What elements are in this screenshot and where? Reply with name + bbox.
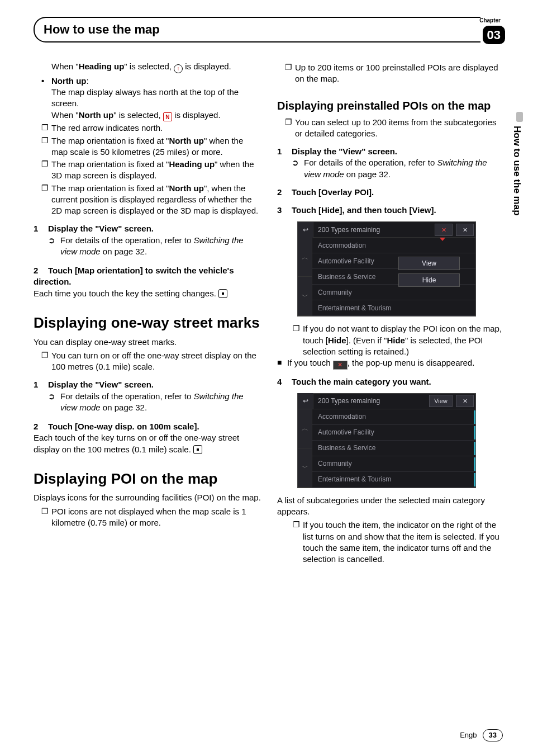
note-row: ❐ The map orientation is fixed at "North…: [41, 135, 261, 158]
step-1-ref: ➲ For details of the operation, refer to…: [48, 235, 261, 258]
scroll-up-button[interactable]: ︿: [298, 238, 312, 277]
heading-up-note: When "Heading up" is selected, is displa…: [51, 61, 261, 73]
device-header: ↩ 200 Types remaining View ✕: [298, 394, 475, 409]
note-box-icon: ❐: [285, 117, 295, 128]
close-button[interactable]: ✕: [456, 224, 474, 236]
selection-indicator: [474, 457, 475, 471]
popup-menu: View Hide: [398, 257, 460, 287]
close-button[interactable]: ✕: [456, 395, 474, 407]
reference-icon: ➲: [292, 157, 304, 168]
note-row: ❐ If you do not want to display the POI …: [293, 323, 505, 357]
note-box-icon: ❐: [41, 183, 51, 194]
list-item[interactable]: Accommodation: [312, 409, 475, 425]
language-code: Engb: [460, 730, 477, 740]
solid-square-icon: ■: [277, 357, 287, 368]
note-box-icon: ❐: [41, 506, 51, 517]
side-tab-stub: [516, 112, 523, 122]
note-box-icon: ❐: [41, 122, 51, 134]
device-body: ︿ ﹀ Accommodation Automotive Facility Bu…: [298, 238, 475, 316]
bullet-dot-icon: •: [41, 75, 51, 87]
selection-indicator: [474, 426, 475, 440]
scroll-rail: ︿ ﹀: [298, 238, 312, 316]
end-section-icon: [218, 289, 227, 298]
heading-poi: Displaying POI on the map: [34, 471, 261, 487]
page-footer: Engb 33: [460, 729, 503, 741]
content-columns: When "Heading up" is selected, is displa…: [34, 61, 505, 565]
note-row: ❐ You can select up to 200 items from th…: [285, 117, 505, 140]
poi-intro: Displays icons for the surrounding facil…: [34, 492, 261, 503]
selection-indicator: [474, 473, 475, 486]
chapter-label: Chapter: [479, 17, 501, 25]
north-up-bullet: • North up: The map display always has n…: [41, 75, 261, 122]
close-x-icon: ✕: [333, 361, 348, 370]
list-item[interactable]: Community: [312, 285, 475, 300]
oneway-intro: You can display one-way street marks.: [34, 337, 261, 348]
device-screenshot-1: ↩ 200 Types remaining ✕ ✕ ︿ ﹀ Accommodat…: [297, 221, 476, 316]
step-2: 2Touch [Map orientation] to switch the v…: [34, 265, 261, 288]
selection-indicator: [474, 442, 475, 455]
north-up-icon: N: [163, 112, 172, 121]
reference-icon: ➲: [48, 235, 60, 246]
device-header: ↩ 200 Types remaining ✕ ✕: [298, 222, 475, 238]
close-button[interactable]: ✕: [435, 224, 453, 236]
note-row: ❐ Up to 200 items or 100 preinstalled PO…: [285, 62, 505, 85]
back-button[interactable]: ↩: [298, 222, 313, 238]
list-item[interactable]: Community: [312, 456, 475, 472]
popup-hide-button[interactable]: Hide: [398, 273, 460, 287]
scroll-up-button[interactable]: ︿: [298, 409, 312, 448]
pre-step-1-ref: ➲ For details of the operation, refer to…: [292, 157, 505, 180]
list-item[interactable]: Entertainment & Tourism: [312, 472, 475, 488]
chapter-block: Chapter 03: [479, 17, 505, 44]
note-box-icon: ❐: [41, 350, 51, 361]
back-button[interactable]: ↩: [298, 393, 313, 409]
popup-close-note: ■ If you touch ✕, the pop-up menu is dis…: [277, 357, 505, 369]
ow-step-1-ref: ➲ For details of the operation, refer to…: [48, 391, 261, 414]
note-box-icon: ❐: [293, 519, 303, 531]
pre-step-4: 4 Touch the main category you want.: [277, 376, 505, 388]
step-1: 1 Display the "View" screen.: [34, 223, 261, 234]
pre-step-3: 3 Touch [Hide], and then touch [View].: [277, 205, 505, 216]
left-column: When "Heading up" is selected, is displa…: [34, 61, 261, 565]
page-header: How to use the map Chapter 03: [34, 17, 505, 44]
heading-preinstalled-poi: Displaying preinstalled POIs on the map: [277, 100, 505, 112]
right-column: ❐ Up to 200 items or 100 preinstalled PO…: [277, 61, 505, 565]
reference-icon: ➲: [48, 391, 60, 402]
list-item[interactable]: Business & Service: [312, 441, 475, 456]
heading-up-icon: [174, 64, 183, 73]
north-up-when: When "North up" is selected, N is displa…: [51, 110, 261, 122]
list-item[interactable]: Entertainment & Tourism: [312, 300, 475, 316]
note-row: ❐ You can turn on or off the one-way str…: [41, 350, 261, 373]
page-title: How to use the map: [44, 21, 160, 38]
note-row: ❐ The red arrow indicates north.: [41, 122, 261, 134]
device-title: 200 Types remaining: [313, 225, 433, 234]
ow-step-2-desc: Each touch of the key turns on or off th…: [34, 432, 261, 455]
list-item[interactable]: Automotive Facility: [312, 425, 475, 441]
note-box-icon: ❐: [293, 323, 303, 334]
side-tab-label: How to use the map: [510, 126, 523, 216]
chapter-number: 03: [483, 26, 505, 45]
title-pill: How to use the map: [34, 17, 480, 42]
note-row: ❐ If you touch the item, the indicator o…: [293, 519, 505, 565]
note-box-icon: ❐: [285, 62, 295, 73]
scroll-down-button[interactable]: ﹀: [298, 277, 312, 316]
list-item[interactable]: Accommodation: [312, 238, 475, 253]
note-row: ❐ The map orientation is fixed at "Headi…: [41, 159, 261, 182]
popup-view-button[interactable]: View: [398, 257, 460, 270]
note-row: ❐ POI icons are not displayed when the m…: [41, 506, 261, 529]
ow-step-2: 2Touch [One-way disp. on 100m scale].: [34, 421, 261, 432]
note-row: ❐ The map orientation is fixed at "North…: [41, 183, 261, 217]
step-2-desc: Each time you touch the key the setting …: [34, 288, 261, 299]
pre-step-2: 2 Touch [Overlay POI].: [277, 187, 505, 198]
after-device2-text: A list of subcategories under the select…: [277, 495, 505, 518]
pre-step-1: 1 Display the "View" screen.: [277, 146, 505, 157]
note-box-icon: ❐: [41, 135, 51, 147]
device-screenshot-2: ↩ 200 Types remaining View ✕ ︿ ﹀ Accommo…: [297, 393, 476, 488]
scroll-down-button[interactable]: ﹀: [298, 448, 312, 488]
view-button[interactable]: View: [429, 395, 453, 407]
category-list: Accommodation Automotive Facility Busine…: [312, 409, 475, 488]
scroll-rail: ︿ ﹀: [298, 409, 312, 488]
device-title: 200 Types remaining: [313, 396, 427, 405]
selection-indicator: [474, 410, 475, 424]
heading-oneway: Displaying one-way street marks: [34, 315, 261, 331]
north-up-desc: The map display always has north at the …: [51, 87, 261, 110]
